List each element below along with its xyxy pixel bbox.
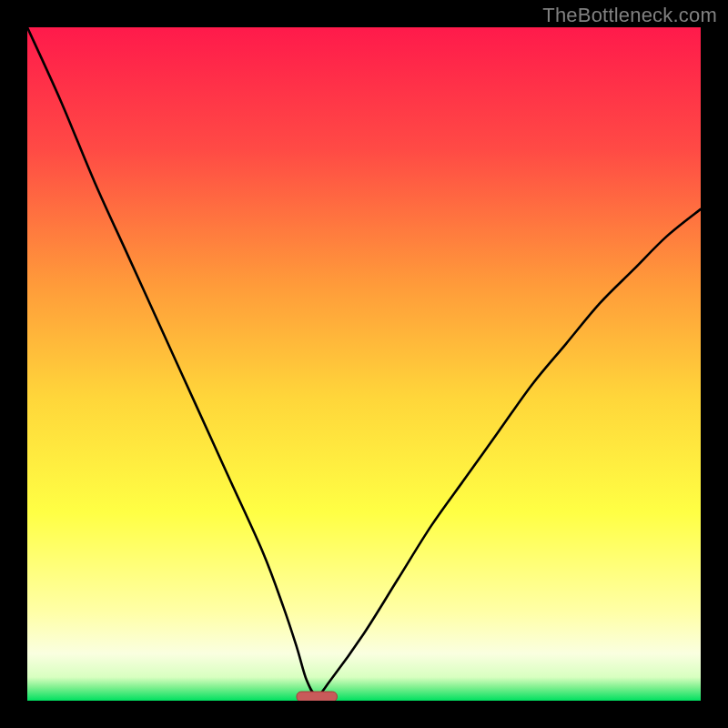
optimal-range-marker <box>297 692 337 701</box>
chart-plot <box>27 27 701 701</box>
watermark-text: TheBottleneck.com <box>542 4 717 27</box>
gradient-bg <box>27 27 701 701</box>
chart-frame: TheBottleneck.com <box>0 0 728 728</box>
chart-svg <box>27 27 701 701</box>
